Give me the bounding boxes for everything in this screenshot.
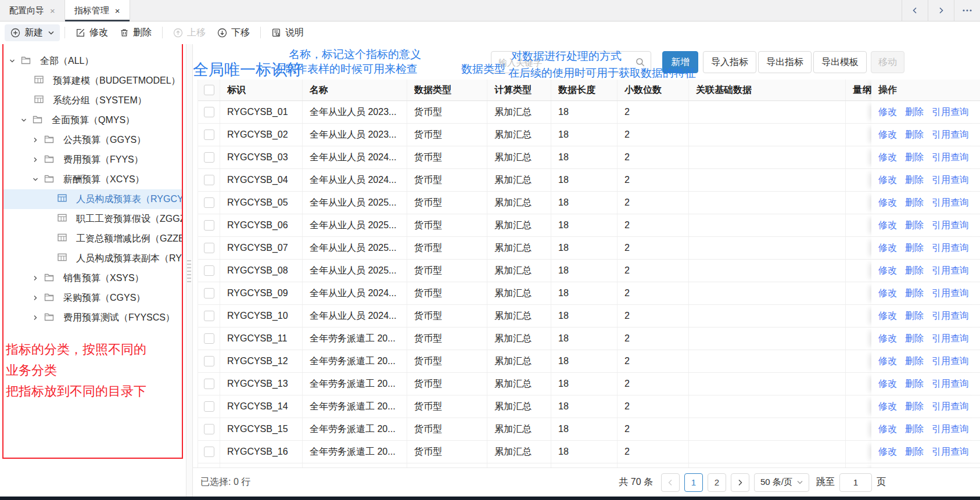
action-link-ref-query[interactable]: 引用查询 <box>932 310 969 322</box>
action-link-delete[interactable]: 删除 <box>905 378 924 390</box>
delete-button[interactable]: 删除 <box>114 24 157 41</box>
new-button[interactable]: 新建 <box>5 24 60 41</box>
action-link-delete[interactable]: 删除 <box>905 152 924 164</box>
row-checkbox[interactable] <box>204 379 214 389</box>
action-link-modify[interactable]: 修改 <box>878 152 897 164</box>
next-page-button[interactable] <box>731 473 749 492</box>
tree-node[interactable]: 人员构成预算表副本（RYG <box>3 249 182 268</box>
tree-node[interactable]: 费用预算（FYYS） <box>3 150 182 170</box>
action-link-modify[interactable]: 修改 <box>878 197 897 209</box>
action-link-modify[interactable]: 修改 <box>878 220 897 232</box>
action-link-ref-query[interactable]: 引用查询 <box>932 423 969 436</box>
tree-node[interactable]: 薪酬预算（XCYS） <box>3 170 182 189</box>
action-link-ref-query[interactable]: 引用查询 <box>932 265 969 277</box>
action-link-modify[interactable]: 修改 <box>878 242 897 254</box>
help-button[interactable]: 说明 <box>265 24 310 41</box>
modify-button[interactable]: 修改 <box>70 24 114 41</box>
row-checkbox[interactable] <box>204 243 214 253</box>
action-link-delete[interactable]: 删除 <box>905 446 924 458</box>
row-checkbox[interactable] <box>204 265 214 276</box>
page-size-select[interactable]: 50 条/页 <box>754 473 809 492</box>
row-checkbox[interactable] <box>204 356 214 366</box>
tree-node[interactable]: 费用预算测试（FYYSCS） <box>3 308 182 328</box>
row-checkbox[interactable] <box>204 130 214 140</box>
move-button[interactable]: 移动 <box>871 51 904 73</box>
row-checkbox[interactable] <box>204 288 214 298</box>
action-link-ref-query[interactable]: 引用查询 <box>932 197 969 209</box>
action-link-modify[interactable]: 修改 <box>878 401 897 413</box>
action-link-ref-query[interactable]: 引用查询 <box>932 378 969 390</box>
action-link-delete[interactable]: 删除 <box>905 423 924 436</box>
action-link-delete[interactable]: 删除 <box>905 220 924 232</box>
close-icon[interactable]: × <box>115 6 120 15</box>
chevron-down-icon[interactable] <box>9 57 16 64</box>
import-indicator-button[interactable]: 导入指标 <box>703 51 756 73</box>
export-template-button[interactable]: 导出模板 <box>813 51 867 73</box>
action-link-delete[interactable]: 删除 <box>905 401 924 413</box>
move-up-button[interactable]: 上移 <box>167 24 211 41</box>
action-link-modify[interactable]: 修改 <box>878 333 897 345</box>
row-checkbox[interactable] <box>204 447 214 457</box>
row-checkbox[interactable] <box>204 107 214 117</box>
row-checkbox[interactable] <box>204 175 214 185</box>
action-link-delete[interactable]: 删除 <box>905 129 924 141</box>
action-link-modify[interactable]: 修改 <box>878 106 897 118</box>
action-link-delete[interactable]: 删除 <box>905 333 924 345</box>
tab-config-wizard[interactable]: 配置向导 × <box>0 0 65 21</box>
action-link-modify[interactable]: 修改 <box>878 378 897 390</box>
action-link-ref-query[interactable]: 引用查询 <box>932 287 969 300</box>
action-link-modify[interactable]: 修改 <box>878 423 897 436</box>
action-link-ref-query[interactable]: 引用查询 <box>932 242 969 254</box>
add-button[interactable]: 新增 <box>662 51 698 73</box>
action-link-ref-query[interactable]: 引用查询 <box>932 446 969 458</box>
action-link-delete[interactable]: 删除 <box>905 197 924 209</box>
action-link-ref-query[interactable]: 引用查询 <box>932 333 969 345</box>
action-link-modify[interactable]: 修改 <box>878 129 897 141</box>
action-link-delete[interactable]: 删除 <box>905 242 924 254</box>
action-link-modify[interactable]: 修改 <box>878 446 897 458</box>
row-checkbox[interactable] <box>204 311 214 321</box>
action-link-delete[interactable]: 删除 <box>905 355 924 368</box>
export-indicator-button[interactable]: 导出指标 <box>758 51 812 73</box>
action-link-ref-query[interactable]: 引用查询 <box>932 152 969 164</box>
search-input[interactable] <box>491 52 641 73</box>
action-link-delete[interactable]: 删除 <box>905 287 924 300</box>
page-button-2[interactable]: 2 <box>708 473 726 492</box>
search-icon[interactable] <box>635 57 645 67</box>
action-link-ref-query[interactable]: 引用查询 <box>932 401 969 413</box>
scroll-tabs-right-button[interactable] <box>928 0 954 21</box>
row-checkbox[interactable] <box>204 220 214 231</box>
row-checkbox[interactable] <box>204 333 214 344</box>
scroll-tabs-left-button[interactable] <box>902 0 928 21</box>
row-checkbox[interactable] <box>204 401 214 412</box>
tree-node[interactable]: 销售预算（XSYS） <box>3 268 182 288</box>
action-link-delete[interactable]: 删除 <box>905 174 924 186</box>
action-link-delete[interactable]: 删除 <box>905 106 924 118</box>
action-link-modify[interactable]: 修改 <box>878 265 897 277</box>
action-link-ref-query[interactable]: 引用查询 <box>932 129 969 141</box>
action-link-modify[interactable]: 修改 <box>878 174 897 186</box>
panel-splitter[interactable] <box>186 44 193 497</box>
action-link-ref-query[interactable]: 引用查询 <box>932 220 969 232</box>
tree-node[interactable]: 工资总额增减比例（GZZE <box>3 229 182 249</box>
tree-node[interactable]: 全面预算（QMYS） <box>3 110 182 130</box>
action-link-modify[interactable]: 修改 <box>878 310 897 322</box>
chevron-down-icon[interactable] <box>32 176 39 183</box>
action-link-ref-query[interactable]: 引用查询 <box>932 174 969 186</box>
row-checkbox[interactable] <box>204 152 214 163</box>
tree-node[interactable]: 职工工资预算假设（ZGGZ <box>3 209 182 229</box>
move-down-button[interactable]: 下移 <box>211 24 256 41</box>
page-button-1[interactable]: 1 <box>684 473 703 492</box>
tree-node[interactable]: 全部（ALL） <box>3 51 182 71</box>
prev-page-button[interactable] <box>661 473 680 492</box>
tree-node[interactable]: 系统分组（SYSTEM） <box>3 91 182 110</box>
chevron-right-icon[interactable] <box>32 156 39 163</box>
action-link-delete[interactable]: 删除 <box>905 310 924 322</box>
tree-node[interactable]: 公共预算（GGYS） <box>3 130 182 150</box>
more-tabs-button[interactable] <box>954 0 980 21</box>
action-link-modify[interactable]: 修改 <box>878 287 897 300</box>
select-all-checkbox[interactable] <box>204 85 214 95</box>
tab-indicator-management[interactable]: 指标管理 × <box>65 0 130 21</box>
tree-node[interactable]: 采购预算（CGYS） <box>3 288 182 308</box>
chevron-right-icon[interactable] <box>32 136 39 143</box>
